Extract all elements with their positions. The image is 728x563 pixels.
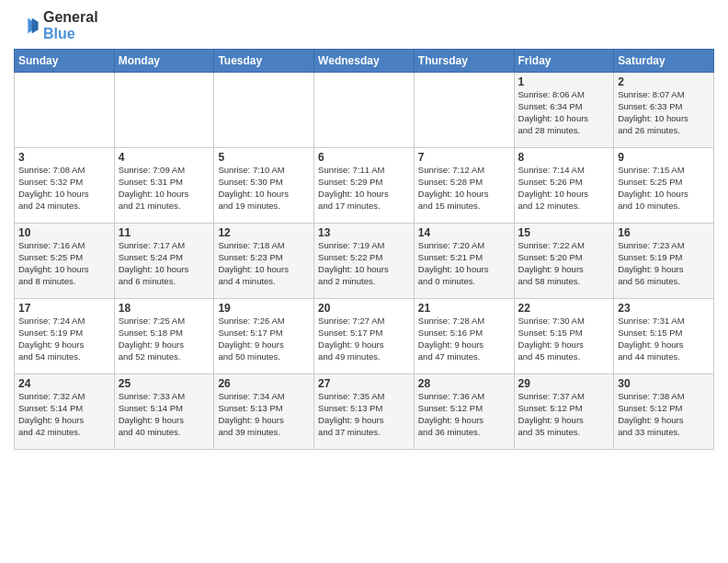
day-number: 23 bbox=[618, 302, 710, 315]
day-number: 15 bbox=[518, 226, 610, 239]
calendar-cell: 2Sunrise: 8:07 AM Sunset: 6:33 PM Daylig… bbox=[614, 73, 714, 148]
day-number: 21 bbox=[418, 302, 510, 315]
logo-icon bbox=[14, 13, 40, 39]
calendar-day-header: Wednesday bbox=[314, 50, 415, 73]
day-number: 17 bbox=[18, 302, 110, 315]
day-info: Sunrise: 7:09 AM Sunset: 5:31 PM Dayligh… bbox=[119, 165, 210, 212]
calendar-cell: 23Sunrise: 7:31 AM Sunset: 5:15 PM Dayli… bbox=[614, 299, 714, 374]
day-number: 29 bbox=[518, 377, 610, 390]
day-info: Sunrise: 7:31 AM Sunset: 5:15 PM Dayligh… bbox=[618, 316, 710, 362]
day-info: Sunrise: 7:38 AM Sunset: 5:12 PM Dayligh… bbox=[618, 391, 710, 438]
calendar-cell: 29Sunrise: 7:37 AM Sunset: 5:12 PM Dayli… bbox=[514, 374, 614, 450]
day-info: Sunrise: 7:24 AM Sunset: 5:19 PM Dayligh… bbox=[18, 316, 110, 362]
day-number: 11 bbox=[119, 226, 210, 239]
day-info: Sunrise: 7:20 AM Sunset: 5:21 PM Dayligh… bbox=[418, 240, 510, 287]
calendar-cell: 11Sunrise: 7:17 AM Sunset: 5:24 PM Dayli… bbox=[114, 224, 214, 299]
calendar-cell: 1Sunrise: 8:06 AM Sunset: 6:34 PM Daylig… bbox=[514, 73, 614, 148]
day-info: Sunrise: 7:18 AM Sunset: 5:23 PM Dayligh… bbox=[218, 240, 310, 287]
day-number: 4 bbox=[119, 151, 210, 164]
calendar-cell: 13Sunrise: 7:19 AM Sunset: 5:22 PM Dayli… bbox=[314, 224, 415, 299]
day-info: Sunrise: 8:07 AM Sunset: 6:33 PM Dayligh… bbox=[618, 89, 710, 136]
day-info: Sunrise: 7:19 AM Sunset: 5:22 PM Dayligh… bbox=[318, 240, 410, 287]
day-number: 12 bbox=[218, 226, 310, 239]
calendar-cell: 21Sunrise: 7:28 AM Sunset: 5:16 PM Dayli… bbox=[414, 299, 514, 374]
calendar-cell: 6Sunrise: 7:11 AM Sunset: 5:29 PM Daylig… bbox=[314, 148, 415, 224]
day-number: 5 bbox=[218, 151, 310, 164]
day-number: 8 bbox=[518, 151, 610, 164]
calendar-cell: 28Sunrise: 7:36 AM Sunset: 5:12 PM Dayli… bbox=[414, 374, 514, 450]
calendar-cell: 27Sunrise: 7:35 AM Sunset: 5:13 PM Dayli… bbox=[314, 374, 415, 450]
day-number: 1 bbox=[518, 75, 610, 88]
day-number: 3 bbox=[18, 151, 110, 164]
logo: General Blue bbox=[14, 9, 98, 41]
calendar-week-row: 24Sunrise: 7:32 AM Sunset: 5:14 PM Dayli… bbox=[15, 374, 714, 450]
day-number: 28 bbox=[418, 377, 510, 390]
day-info: Sunrise: 7:27 AM Sunset: 5:17 PM Dayligh… bbox=[318, 316, 410, 362]
day-number: 13 bbox=[318, 226, 410, 239]
day-info: Sunrise: 7:28 AM Sunset: 5:16 PM Dayligh… bbox=[418, 316, 510, 362]
calendar-cell bbox=[15, 73, 115, 148]
day-number: 7 bbox=[418, 151, 510, 164]
calendar-week-row: 10Sunrise: 7:16 AM Sunset: 5:25 PM Dayli… bbox=[15, 224, 714, 299]
day-info: Sunrise: 7:12 AM Sunset: 5:28 PM Dayligh… bbox=[418, 165, 510, 212]
day-number: 25 bbox=[119, 377, 210, 390]
calendar-day-header: Tuesday bbox=[214, 50, 314, 73]
calendar-cell bbox=[114, 73, 214, 148]
day-info: Sunrise: 7:08 AM Sunset: 5:32 PM Dayligh… bbox=[18, 165, 110, 212]
page-container: General Blue SundayMondayTuesdayWednesda… bbox=[0, 0, 728, 454]
calendar-cell: 20Sunrise: 7:27 AM Sunset: 5:17 PM Dayli… bbox=[314, 299, 415, 374]
day-info: Sunrise: 7:14 AM Sunset: 5:26 PM Dayligh… bbox=[518, 165, 610, 212]
day-number: 26 bbox=[218, 377, 310, 390]
calendar-cell: 24Sunrise: 7:32 AM Sunset: 5:14 PM Dayli… bbox=[15, 374, 115, 450]
day-info: Sunrise: 7:30 AM Sunset: 5:15 PM Dayligh… bbox=[518, 316, 610, 362]
day-info: Sunrise: 7:16 AM Sunset: 5:25 PM Dayligh… bbox=[18, 240, 110, 287]
calendar-cell: 9Sunrise: 7:15 AM Sunset: 5:25 PM Daylig… bbox=[614, 148, 714, 224]
calendar-week-row: 17Sunrise: 7:24 AM Sunset: 5:19 PM Dayli… bbox=[15, 299, 714, 374]
day-info: Sunrise: 7:10 AM Sunset: 5:30 PM Dayligh… bbox=[218, 165, 310, 212]
day-info: Sunrise: 7:34 AM Sunset: 5:13 PM Dayligh… bbox=[218, 391, 310, 438]
calendar-day-header: Saturday bbox=[614, 50, 714, 73]
calendar-cell: 26Sunrise: 7:34 AM Sunset: 5:13 PM Dayli… bbox=[214, 374, 314, 450]
day-info: Sunrise: 7:17 AM Sunset: 5:24 PM Dayligh… bbox=[119, 240, 210, 287]
calendar-cell: 15Sunrise: 7:22 AM Sunset: 5:20 PM Dayli… bbox=[514, 224, 614, 299]
day-info: Sunrise: 7:32 AM Sunset: 5:14 PM Dayligh… bbox=[18, 391, 110, 438]
calendar-cell: 14Sunrise: 7:20 AM Sunset: 5:21 PM Dayli… bbox=[414, 224, 514, 299]
day-number: 19 bbox=[218, 302, 310, 315]
day-info: Sunrise: 7:35 AM Sunset: 5:13 PM Dayligh… bbox=[318, 391, 410, 438]
calendar-cell bbox=[314, 73, 415, 148]
calendar-day-header: Thursday bbox=[414, 50, 514, 73]
logo-text: General Blue bbox=[43, 9, 98, 41]
calendar-week-row: 1Sunrise: 8:06 AM Sunset: 6:34 PM Daylig… bbox=[15, 73, 714, 148]
calendar-day-header: Friday bbox=[514, 50, 614, 73]
calendar-cell: 12Sunrise: 7:18 AM Sunset: 5:23 PM Dayli… bbox=[214, 224, 314, 299]
day-info: Sunrise: 7:15 AM Sunset: 5:25 PM Dayligh… bbox=[618, 165, 710, 212]
day-info: Sunrise: 8:06 AM Sunset: 6:34 PM Dayligh… bbox=[518, 89, 610, 136]
day-info: Sunrise: 7:11 AM Sunset: 5:29 PM Dayligh… bbox=[318, 165, 410, 212]
calendar-week-row: 3Sunrise: 7:08 AM Sunset: 5:32 PM Daylig… bbox=[15, 148, 714, 224]
calendar-cell: 22Sunrise: 7:30 AM Sunset: 5:15 PM Dayli… bbox=[514, 299, 614, 374]
day-number: 24 bbox=[18, 377, 110, 390]
calendar-cell: 5Sunrise: 7:10 AM Sunset: 5:30 PM Daylig… bbox=[214, 148, 314, 224]
day-number: 2 bbox=[618, 75, 710, 88]
day-info: Sunrise: 7:26 AM Sunset: 5:17 PM Dayligh… bbox=[218, 316, 310, 362]
calendar-header-row: SundayMondayTuesdayWednesdayThursdayFrid… bbox=[15, 50, 714, 73]
day-info: Sunrise: 7:37 AM Sunset: 5:12 PM Dayligh… bbox=[518, 391, 610, 438]
day-number: 9 bbox=[618, 151, 710, 164]
day-number: 20 bbox=[318, 302, 410, 315]
calendar-cell: 25Sunrise: 7:33 AM Sunset: 5:14 PM Dayli… bbox=[114, 374, 214, 450]
calendar-cell: 7Sunrise: 7:12 AM Sunset: 5:28 PM Daylig… bbox=[414, 148, 514, 224]
day-number: 22 bbox=[518, 302, 610, 315]
day-number: 14 bbox=[418, 226, 510, 239]
day-number: 16 bbox=[618, 226, 710, 239]
day-number: 30 bbox=[618, 377, 710, 390]
calendar-cell: 18Sunrise: 7:25 AM Sunset: 5:18 PM Dayli… bbox=[114, 299, 214, 374]
calendar-cell: 19Sunrise: 7:26 AM Sunset: 5:17 PM Dayli… bbox=[214, 299, 314, 374]
calendar-cell: 10Sunrise: 7:16 AM Sunset: 5:25 PM Dayli… bbox=[15, 224, 115, 299]
calendar-cell: 8Sunrise: 7:14 AM Sunset: 5:26 PM Daylig… bbox=[514, 148, 614, 224]
day-number: 10 bbox=[18, 226, 110, 239]
day-number: 6 bbox=[318, 151, 410, 164]
calendar-cell: 16Sunrise: 7:23 AM Sunset: 5:19 PM Dayli… bbox=[614, 224, 714, 299]
calendar-day-header: Monday bbox=[114, 50, 214, 73]
day-info: Sunrise: 7:36 AM Sunset: 5:12 PM Dayligh… bbox=[418, 391, 510, 438]
header: General Blue bbox=[14, 9, 714, 41]
